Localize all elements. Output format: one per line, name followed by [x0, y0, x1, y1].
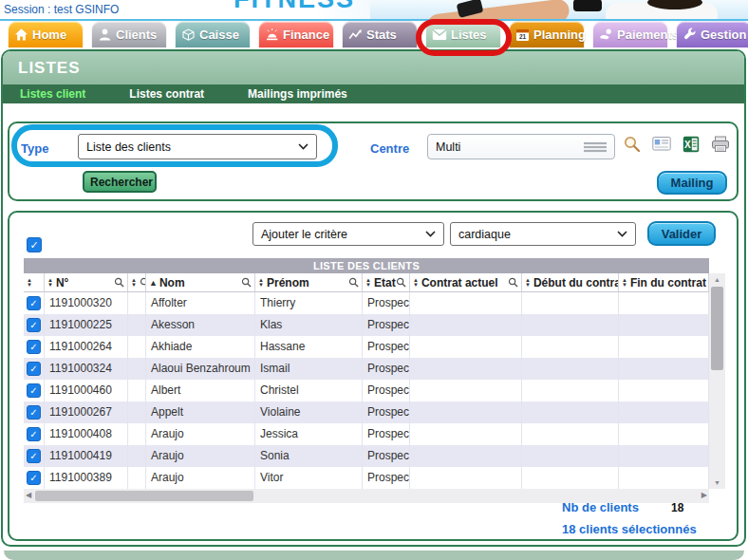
tab-home[interactable]: Home [8, 21, 84, 48]
column-header-col2[interactable]: ▲▼ [128, 273, 146, 291]
tab-caisse[interactable]: Caisse [175, 21, 251, 48]
tab-planning[interactable]: 21Planning [509, 21, 585, 48]
table-row[interactable]: ✓1191000267AppeltViolaineProspect [24, 401, 709, 423]
table-row[interactable]: ✓1191000264AkhiadeHassaneProspect [24, 336, 709, 358]
table-row[interactable]: ✓1191000389AraujoVitorProspect [24, 467, 709, 489]
sort-icon: ▲▼ [365, 278, 371, 288]
horizontal-scroll-thumb[interactable] [35, 491, 253, 501]
row-checkbox[interactable]: ✓ [27, 405, 41, 420]
criteria-value-select[interactable]: cardiaque [450, 222, 636, 246]
sort-icon: ▲▼ [258, 278, 264, 288]
column-header-contrat-actuel[interactable]: ▲▼Contrat actuel [410, 273, 522, 291]
row-checkbox[interactable]: ✓ [27, 471, 41, 485]
table-cell [410, 336, 522, 358]
table-cell: 1191000267 [45, 401, 128, 423]
criteria-select[interactable]: Ajouter le critère [252, 222, 444, 246]
tab-stats[interactable]: Stats [342, 21, 418, 48]
rechercher-button[interactable]: Rechercher [83, 171, 157, 193]
main-tabs: HomeClientsCaisseFinanceStatsListes21Pla… [0, 21, 748, 49]
column-header-prenom[interactable]: ▲▼Prénom [255, 273, 363, 291]
row-checkbox[interactable]: ✓ [27, 449, 41, 463]
menu-lines-icon[interactable] [582, 140, 608, 154]
row-checkbox[interactable]: ✓ [27, 427, 41, 441]
nb-clients-value: 18 [671, 501, 683, 514]
table-cell: Alaoui Benzahroum [146, 358, 255, 380]
sort-icon: ▲▼ [27, 278, 32, 288]
valider-button[interactable]: Valider [647, 221, 716, 246]
page-title: LISTES [18, 59, 81, 78]
row-checkbox[interactable]: ✓ [27, 296, 41, 310]
table-cell: Christel [255, 380, 363, 401]
table-cell: Hassane [255, 336, 363, 358]
column-header-etat[interactable]: ▲▼Etat [363, 273, 410, 291]
sort-icon: ▲▼ [131, 278, 137, 288]
selected-clients-label: 18 clients sélectionnés [562, 522, 697, 536]
sort-icon: ▲▼ [622, 278, 627, 288]
table-cell: 1191000389 [45, 467, 128, 489]
row-checkbox[interactable]: ✓ [27, 362, 41, 376]
filter-magnifier-icon [348, 277, 359, 288]
row-checkbox[interactable]: ✓ [27, 383, 41, 398]
subnav-mailings-imprimes[interactable]: Mailings imprimés [248, 87, 347, 101]
table-cell [522, 292, 619, 314]
nb-clients-label: Nb de clients [562, 500, 639, 514]
column-header-debut-du-contrat[interactable]: ▲▼Début du contrat [522, 273, 619, 291]
table-cell: 1191000324 [45, 358, 128, 380]
scroll-up-icon[interactable]: ▲ [709, 276, 725, 283]
table-row[interactable]: ✓1191000419AraujoSoniaProspect [24, 445, 709, 467]
table-cell: Prospect [363, 401, 410, 423]
table-cell [410, 467, 522, 489]
row-checkbox-cell: ✓ [24, 445, 45, 467]
row-checkbox[interactable]: ✓ [27, 340, 41, 354]
table-cell [619, 467, 709, 489]
table-cell: Akhiade [146, 336, 255, 358]
table-row[interactable]: ✓1191000408AraujoJessicaProspect [24, 423, 709, 445]
column-header-n[interactable]: ▲▼N° [45, 273, 128, 291]
svg-text:X: X [684, 140, 691, 150]
filter-magnifier-icon [241, 277, 252, 288]
search-icon[interactable] [623, 135, 641, 153]
vertical-scrollbar[interactable]: ▲ ▼ [709, 273, 725, 489]
vertical-scroll-thumb[interactable] [711, 287, 723, 370]
listes-icon [432, 28, 447, 41]
mailing-button[interactable]: Mailing [657, 171, 727, 195]
page-bottom-edge [4, 551, 744, 560]
row-checkbox[interactable]: ✓ [27, 318, 41, 332]
subnav-listes-contrat[interactable]: Listes contrat [129, 87, 204, 101]
table-row[interactable]: ✓1191000320AffolterThierryProspect [24, 292, 709, 314]
print-icon[interactable] [711, 136, 730, 153]
type-select[interactable]: Liste des clients [78, 134, 317, 159]
table-cell: Prospect [363, 314, 410, 336]
subnav-listes-client[interactable]: Listes client [20, 87, 85, 101]
tab-listes[interactable]: Listes [425, 21, 501, 48]
tab-finance[interactable]: Finance [258, 21, 334, 48]
table-cell [410, 401, 522, 423]
tab-clients[interactable]: Clients [91, 21, 167, 48]
sort-icon: ▲▼ [525, 278, 531, 288]
chevron-down-icon [425, 231, 436, 237]
table-cell [410, 292, 522, 314]
column-header-nom[interactable]: ▲Nom [146, 273, 255, 291]
tab-paiements[interactable]: Paiements [592, 21, 668, 48]
table-cell: Araujo [146, 467, 255, 489]
results-panel: ✓ Ajouter le critère cardiaque Valider L… [8, 211, 739, 541]
tab-gestion[interactable]: Gestion [676, 21, 748, 48]
centre-input[interactable]: Multi [427, 134, 615, 159]
scroll-left-icon[interactable]: ◀ [26, 491, 31, 499]
table-row[interactable]: ✓1191000460AlbertChristelProspect [24, 380, 709, 401]
select-all-checkbox[interactable]: ✓ [27, 237, 42, 252]
contact-card-icon[interactable] [652, 136, 671, 152]
column-header-col0[interactable]: ▲▼ [24, 273, 45, 291]
tab-label: Caisse [199, 28, 239, 42]
table-row[interactable]: ✓1191000225AkessonKlasProspect [24, 314, 709, 336]
table-cell: Appelt [146, 401, 255, 423]
table-row[interactable]: ✓1191000324Alaoui BenzahroumIsmailProspe… [24, 358, 709, 380]
table-cell [410, 445, 522, 467]
table-cell: Thierry [255, 292, 363, 314]
clients-icon [98, 28, 112, 42]
column-header-fin-du-contrat[interactable]: ▲▼Fin du contrat [619, 273, 709, 291]
scroll-down-icon[interactable]: ▼ [709, 479, 725, 486]
scroll-right-icon[interactable]: ▶ [701, 491, 707, 499]
table-cell: Prospect [363, 292, 410, 314]
excel-export-icon[interactable]: X [683, 136, 700, 153]
